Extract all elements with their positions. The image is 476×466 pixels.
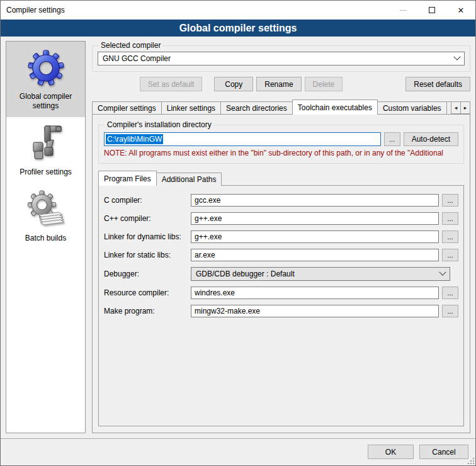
sidebar-item-label: Global compiler settings [9, 92, 82, 111]
field-label: C compiler: [104, 196, 191, 205]
caliper-tool-icon [26, 123, 66, 164]
installation-directory-group-title: Compiler's installation directory [105, 120, 213, 129]
tab-compiler-settings[interactable]: Compiler settings [92, 101, 162, 115]
blue-gear-icon [26, 48, 66, 88]
install-dir-selected-text: C:\raylib\MinGW [106, 134, 163, 144]
sidebar-item-label: Profiler settings [20, 168, 72, 177]
field-row-c-compiler: C compiler: ... [104, 194, 458, 207]
field-label: C++ compiler: [104, 214, 191, 223]
maximize-button[interactable] [417, 1, 446, 20]
maximize-icon [429, 7, 435, 13]
tab-linker-settings[interactable]: Linker settings [161, 101, 221, 115]
cpp-compiler-browse-button[interactable]: ... [442, 212, 458, 225]
set-as-default-button[interactable]: Set as default [140, 77, 202, 91]
field-label: Make program: [104, 307, 191, 315]
field-label: Resource compiler: [104, 288, 191, 297]
tab-scroll-right-button[interactable]: ▸ [460, 101, 470, 114]
titlebar: Compiler settings ✕ [1, 1, 475, 20]
page-title: Global compiler settings [1, 20, 475, 37]
field-row-resource-compiler: Resource compiler: ... [104, 287, 458, 299]
dialog-content: Global compiler settings [1, 37, 475, 438]
main-panel: Selected compiler GNU GCC Compiler Set a… [92, 41, 470, 433]
auto-detect-button[interactable]: Auto-detect [404, 132, 458, 146]
program-files-panel: C compiler: ... C++ compiler: ... Linker… [98, 185, 464, 426]
delete-button[interactable]: Delete [305, 77, 343, 91]
install-dir-note: NOTE: All programs must exist either in … [104, 149, 458, 157]
resize-grip[interactable] [468, 458, 474, 464]
tab-custom-variables[interactable]: Custom variables [377, 101, 447, 115]
installation-directory-row: C:\raylib\MinGW ... Auto-detect [104, 132, 458, 146]
field-row-make-program: Make program: ... [104, 305, 458, 317]
rename-button[interactable]: Rename [256, 77, 301, 91]
c-compiler-browse-button[interactable]: ... [442, 194, 458, 207]
linker-dynamic-input[interactable] [191, 230, 439, 243]
cpp-compiler-input[interactable] [191, 212, 439, 225]
settings-sidebar: Global compiler settings [6, 41, 86, 433]
sidebar-item-profiler-settings[interactable]: Profiler settings [6, 117, 85, 183]
field-row-linker-static: Linker for static libs: ... [104, 249, 458, 261]
linker-static-browse-button[interactable]: ... [442, 249, 458, 261]
minimize-icon [400, 10, 407, 11]
make-program-input[interactable] [191, 305, 439, 317]
debugger-select[interactable]: GDB/CDB debugger : Default [191, 267, 450, 281]
compiler-buttons-row: Set as default Copy Rename Delete Reset … [92, 77, 470, 91]
ok-button[interactable]: OK [368, 445, 414, 459]
gear-stack-icon [26, 190, 66, 230]
selected-compiler-group: Selected compiler GNU GCC Compiler [92, 41, 470, 72]
chevron-down-icon [453, 54, 460, 60]
field-label: Linker for static libs: [104, 251, 191, 259]
compiler-settings-window: Compiler settings ✕ Global compiler sett… [0, 0, 476, 466]
minimize-button[interactable] [388, 1, 417, 20]
tab-scroll-left-button[interactable]: ◂ [451, 101, 461, 114]
settings-tabbar: Compiler settings Linker settings Search… [92, 99, 470, 115]
arrow-left-icon: ◂ [455, 105, 458, 111]
chevron-down-icon [439, 269, 446, 276]
reset-defaults-button[interactable]: Reset defaults [405, 77, 470, 91]
sidebar-item-label: Batch builds [25, 234, 66, 243]
arrow-right-icon: ▸ [464, 105, 467, 111]
resource-compiler-browse-button[interactable]: ... [442, 287, 458, 299]
toolchain-executables-panel: Compiler's installation directory C:\ray… [92, 114, 470, 433]
sidebar-item-batch-builds[interactable]: Batch builds [6, 183, 85, 249]
linker-dynamic-browse-button[interactable]: ... [442, 230, 458, 243]
c-compiler-input[interactable] [191, 194, 439, 207]
resource-compiler-input[interactable] [191, 287, 439, 299]
dialog-footer: OK Cancel [1, 438, 475, 465]
sidebar-item-global-compiler-settings[interactable]: Global compiler settings [6, 42, 85, 117]
tab-additional-paths[interactable]: Additional Paths [156, 173, 222, 186]
cancel-button[interactable]: Cancel [419, 445, 468, 459]
compiler-select[interactable]: GNU GCC Compiler [98, 52, 465, 65]
copy-button[interactable]: Copy [214, 77, 253, 91]
program-tabbar: Program Files Additional Paths [98, 171, 464, 186]
window-controls: ✕ [388, 1, 475, 20]
installation-directory-group: Compiler's installation directory C:\ray… [98, 120, 464, 164]
selected-compiler-group-title: Selected compiler [99, 41, 162, 50]
close-button[interactable]: ✕ [446, 1, 475, 20]
make-program-browse-button[interactable]: ... [442, 305, 458, 317]
compiler-select-value: GNU GCC Compiler [103, 54, 455, 63]
field-row-debugger: Debugger: GDB/CDB debugger : Default [104, 267, 458, 281]
install-dir-browse-button[interactable]: ... [384, 132, 400, 146]
field-row-cpp-compiler: C++ compiler: ... [104, 212, 458, 225]
install-dir-input[interactable]: C:\raylib\MinGW [104, 132, 381, 146]
field-label: Linker for dynamic libs: [104, 232, 191, 241]
window-title: Compiler settings [1, 6, 65, 14]
tab-search-directories[interactable]: Search directories [220, 101, 293, 115]
tab-scroll-arrows: ◂ ▸ [451, 101, 470, 114]
field-label: Debugger: [104, 270, 191, 278]
debugger-select-value: GDB/CDB debugger : Default [196, 270, 440, 278]
close-icon: ✕ [458, 6, 465, 14]
tab-toolchain-executables[interactable]: Toolchain executables [292, 99, 378, 115]
linker-static-input[interactable] [191, 249, 439, 261]
field-row-linker-dynamic: Linker for dynamic libs: ... [104, 230, 458, 243]
tab-program-files[interactable]: Program Files [98, 171, 157, 186]
